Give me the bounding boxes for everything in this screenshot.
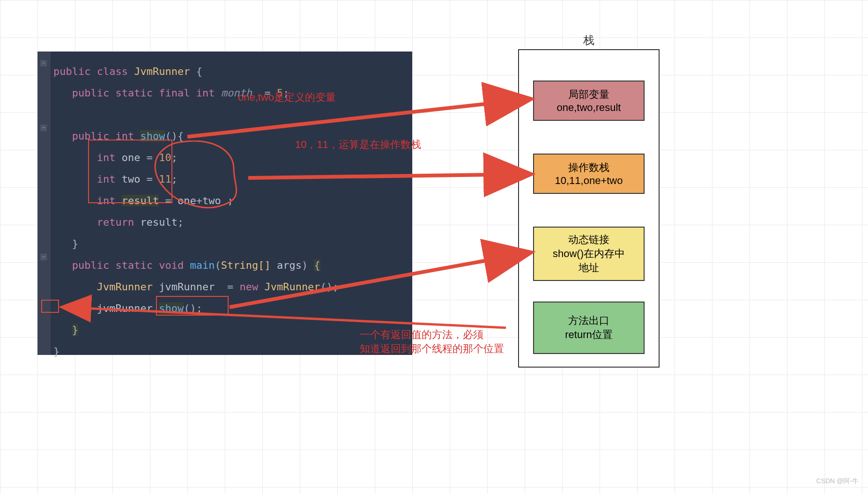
highlight-box-show-call — [156, 296, 229, 316]
stack-box-line: 方法出口 — [534, 314, 644, 328]
highlight-box-return-target — [41, 300, 59, 313]
stack-box-line: 动态链接 — [534, 233, 644, 247]
stack-title: 栈 — [518, 33, 660, 48]
watermark: CSDN @阿-牛 — [816, 477, 859, 486]
stack-box-local-vars: 局部变量 one,two,result — [533, 81, 645, 121]
stack-box-line: 10,11,one+two — [534, 175, 644, 187]
stack-box-line: 操作数栈 — [534, 161, 644, 175]
code-content: public class JvmRunner { public static f… — [53, 61, 413, 362]
stack-box-line: 地址 — [534, 261, 644, 275]
fold-icon: − — [40, 254, 47, 260]
stack-box-dynamic-link: 动态链接 show()在内存中 地址 — [533, 227, 645, 281]
stack-box-line: return位置 — [534, 328, 644, 342]
fold-icon: − — [40, 125, 47, 131]
stack-box-operand: 操作数栈 10,11,one+two — [533, 154, 645, 194]
stack-box-method-exit: 方法出口 return位置 — [533, 302, 645, 354]
fold-icon: − — [40, 60, 47, 66]
annotation-operand: 10，11，运算是在操作数栈 — [295, 138, 421, 152]
stack-box-line: 局部变量 — [534, 88, 644, 102]
highlight-circle-literals — [149, 140, 250, 210]
stack-box-line: one,two,result — [534, 102, 644, 114]
annotation-variables: one,two是定义的变量 — [238, 90, 336, 104]
stack-box-line: show()在内存中 — [534, 247, 644, 261]
annotation-return: 一个有返回值的方法，必须 知道返回到那个线程的那个位置 — [360, 328, 504, 356]
